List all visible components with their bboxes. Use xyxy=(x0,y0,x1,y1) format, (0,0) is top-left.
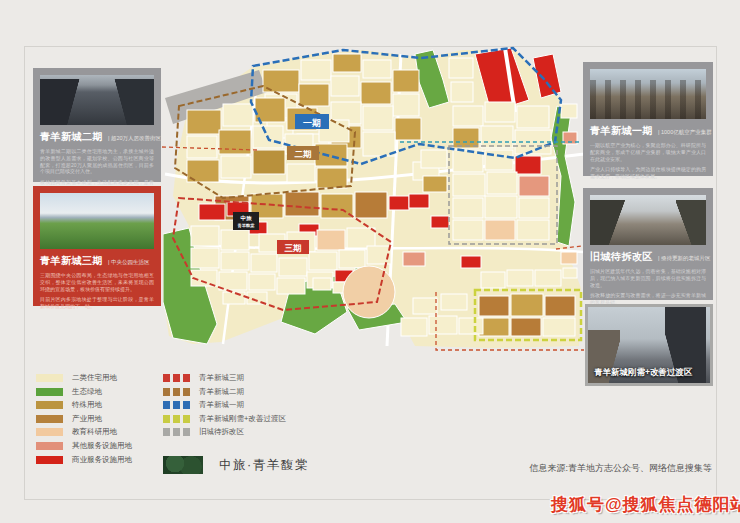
brand-name: 中旅·青羊馥棠 xyxy=(219,457,309,474)
legend-label: 生态绿地 xyxy=(72,387,102,397)
color-swatch xyxy=(163,401,190,409)
color-swatch xyxy=(36,428,63,436)
color-swatch xyxy=(163,415,190,423)
card-phase2: 青羊新城二期 | 超20万人居改善街区 青羊新城二期以二类住宅用地为主，承接主城… xyxy=(33,68,161,182)
legend-item: 青羊新城一期 xyxy=(163,401,286,409)
legend-label: 青羊新城三期 xyxy=(199,373,244,383)
brand-row: 中旅·青羊馥棠 xyxy=(163,456,309,474)
legend-item: 青羊新城刚需+改善过渡区 xyxy=(163,415,286,423)
phase1-paragraph: 一期以航空产业为核心，集聚总部办公、科研院所与配套商业，形成千亿级产业集群，吸纳… xyxy=(590,142,706,162)
phase1-label: 一期 xyxy=(303,118,321,128)
phase3-subtitle: | 中央公园生活区 xyxy=(108,259,149,266)
legend-item: 青羊新城三期 xyxy=(163,374,286,382)
legend-item: 旧城待拆改区 xyxy=(163,428,286,436)
transition-caption: 青羊新城刚需+改善过渡区 xyxy=(594,367,692,379)
phase3-title: 青羊新城三期 xyxy=(40,254,103,268)
legend-item: 特殊用地 xyxy=(36,401,132,409)
phase3-photo xyxy=(40,193,154,249)
phase2-subtitle: | 超20万人居改善街区 xyxy=(108,135,161,142)
card-oldtown: 旧城待拆改区 | 亟待更新的老城片区 旧城片区建筑年代久远，街巷密集，基础设施相… xyxy=(583,188,713,300)
phase2-photo xyxy=(40,75,154,125)
land-use-map: 一期 二期 三期 中旅 青羊馥棠 xyxy=(163,46,587,376)
legend-label: 产业用地 xyxy=(72,414,102,424)
legend-phases: 青羊新城三期青羊新城二期青羊新城一期青羊新城刚需+改善过渡区旧城待拆改区 xyxy=(163,374,286,442)
phase1-paragraph: 产业人口持续导入，为周边居住板块提供稳定的购房需求支撑，带动区域整体发展。 xyxy=(590,166,706,180)
card-phase1: 青羊新城一期 | 1000亿航空产业集群 一期以航空产业为核心，集聚总部办公、科… xyxy=(583,62,713,176)
phase3-paragraph: 三期围绕中央公园布局，生态绿地与住宅用地相互交织，整体定位低密改善生活区，未来将… xyxy=(40,272,154,292)
legend-item: 教育科研用地 xyxy=(36,428,132,436)
watermark: 搜狐号@搜狐焦点德阳站 xyxy=(551,493,740,516)
oldtown-photo xyxy=(590,195,706,245)
legend-item: 产业用地 xyxy=(36,415,132,423)
phase3-paragraph: 目前片区内多宗地块处于整理与出让阶段，是青羊新城价值兑现的下一站。 xyxy=(40,296,154,310)
legend-label: 教育科研用地 xyxy=(72,427,117,437)
legend-label: 青羊新城刚需+改善过渡区 xyxy=(199,414,286,424)
phase2-paragraph: 青羊新城二期以二类住宅用地为主，承接主城外溢的改善型人居需求，规划学校、公园与社… xyxy=(40,148,154,175)
legend-label: 其他服务设施用地 xyxy=(72,441,132,451)
legend-item: 其他服务设施用地 xyxy=(36,442,132,450)
legend-label: 青羊新城一期 xyxy=(199,400,244,410)
brand-logo-image xyxy=(163,456,203,474)
legend-item: 二类住宅用地 xyxy=(36,374,132,382)
legend-label: 青羊新城二期 xyxy=(199,387,244,397)
color-swatch xyxy=(36,442,63,450)
color-swatch xyxy=(163,374,190,382)
oldtown-subtitle: | 亟待更新的老城片区 xyxy=(658,255,710,262)
project-marker-line1: 中旅 xyxy=(241,215,253,221)
color-swatch xyxy=(36,374,63,382)
phase2-title: 青羊新城二期 xyxy=(40,130,103,144)
legend-label: 商业服务设施用地 xyxy=(72,455,132,465)
legend-label: 二类住宅用地 xyxy=(72,373,117,383)
color-swatch xyxy=(36,401,63,409)
color-swatch xyxy=(163,388,190,396)
card-phase3: 青羊新城三期 | 中央公园生活区 三期围绕中央公园布局，生态绿地与住宅用地相互交… xyxy=(33,186,161,306)
phase2-label: 二期 xyxy=(295,149,313,159)
legend-label: 旧城待拆改区 xyxy=(199,427,244,437)
color-swatch xyxy=(36,415,63,423)
color-swatch xyxy=(163,428,190,436)
phase3-label: 三期 xyxy=(285,243,303,253)
oldtown-paragraph: 旧城片区建筑年代久远，街巷密集，基础设施相对滞后，现已纳入城市更新范围，后续将分… xyxy=(590,268,706,288)
poster-root: 一期 二期 三期 中旅 青羊馥棠 青羊新城二期 | 超20万人居改善街区 青羊新… xyxy=(0,0,740,523)
color-swatch xyxy=(36,456,63,464)
oldtown-title: 旧城待拆改区 xyxy=(590,250,653,264)
legend-item: 商业服务设施用地 xyxy=(36,456,132,464)
source-note: 信息来源:青羊地方志公众号、网络信息搜集等 xyxy=(529,462,712,475)
transition-photo: 青羊新城刚需+改善过渡区 xyxy=(585,304,713,386)
phase1-photo xyxy=(590,69,706,119)
phase1-subtitle: | 1000亿航空产业集群 xyxy=(658,129,712,136)
legend-label: 特殊用地 xyxy=(72,400,102,410)
legend-land-use: 二类住宅用地生态绿地特殊用地产业用地教育科研用地其他服务设施用地商业服务设施用地 xyxy=(36,374,132,469)
legend-item: 生态绿地 xyxy=(36,388,132,396)
color-swatch xyxy=(36,388,63,396)
phase1-title: 青羊新城一期 xyxy=(590,124,653,138)
legend-item: 青羊新城二期 xyxy=(163,388,286,396)
